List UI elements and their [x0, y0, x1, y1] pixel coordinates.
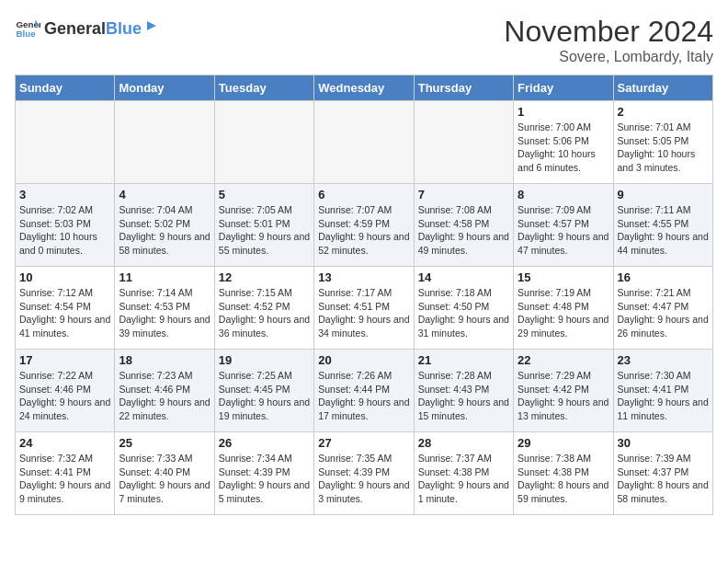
day-number: 4: [119, 188, 210, 201]
day-number: 18: [119, 353, 210, 367]
calendar-cell: 11Sunrise: 7:14 AM Sunset: 4:53 PM Dayli…: [115, 267, 214, 350]
day-number: 6: [318, 188, 409, 201]
day-info: Sunrise: 7:08 AM Sunset: 4:58 PM Dayligh…: [418, 203, 509, 258]
day-number: 2: [618, 105, 709, 119]
day-of-week-header: Wednesday: [314, 75, 414, 101]
calendar-cell: 24Sunrise: 7:32 AM Sunset: 4:41 PM Dayli…: [16, 432, 115, 515]
calendar-cell: 29Sunrise: 7:38 AM Sunset: 4:38 PM Dayli…: [514, 432, 613, 515]
logo-general-text: General: [44, 19, 106, 39]
day-info: Sunrise: 7:25 AM Sunset: 4:45 PM Dayligh…: [219, 369, 310, 423]
day-number: 12: [219, 270, 310, 284]
day-info: Sunrise: 7:39 AM Sunset: 4:37 PM Dayligh…: [618, 452, 709, 506]
day-number: 5: [219, 188, 310, 201]
calendar-cell: 17Sunrise: 7:22 AM Sunset: 4:46 PM Dayli…: [16, 350, 115, 432]
day-info: Sunrise: 7:22 AM Sunset: 4:46 PM Dayligh…: [19, 369, 110, 423]
day-info: Sunrise: 7:17 AM Sunset: 4:51 PM Dayligh…: [318, 286, 409, 340]
day-info: Sunrise: 7:01 AM Sunset: 5:05 PM Dayligh…: [618, 121, 709, 175]
day-of-week-header: Saturday: [613, 75, 712, 101]
day-info: Sunrise: 7:29 AM Sunset: 4:42 PM Dayligh…: [518, 369, 609, 423]
calendar-cell: 15Sunrise: 7:19 AM Sunset: 4:48 PM Dayli…: [514, 267, 613, 350]
calendar-week-row: 3Sunrise: 7:02 AM Sunset: 5:03 PM Daylig…: [16, 184, 713, 267]
day-number: 28: [418, 436, 509, 450]
calendar-week-row: 24Sunrise: 7:32 AM Sunset: 4:41 PM Dayli…: [16, 432, 713, 515]
day-number: 10: [19, 270, 110, 284]
day-number: 13: [318, 270, 409, 284]
calendar-cell: 19Sunrise: 7:25 AM Sunset: 4:45 PM Dayli…: [214, 350, 313, 432]
day-info: Sunrise: 7:28 AM Sunset: 4:43 PM Dayligh…: [418, 369, 509, 423]
day-of-week-header: Sunday: [16, 75, 115, 101]
day-number: 19: [219, 353, 310, 367]
day-info: Sunrise: 7:35 AM Sunset: 4:39 PM Dayligh…: [318, 452, 409, 506]
day-number: 29: [518, 436, 609, 450]
day-info: Sunrise: 7:37 AM Sunset: 4:38 PM Dayligh…: [418, 452, 509, 506]
day-info: Sunrise: 7:38 AM Sunset: 4:38 PM Dayligh…: [518, 452, 609, 506]
day-info: Sunrise: 7:32 AM Sunset: 4:41 PM Dayligh…: [19, 452, 110, 506]
logo-icon: General Blue: [15, 15, 40, 40]
location-subtitle: Sovere, Lombardy, Italy: [504, 49, 713, 65]
calendar-cell: 1Sunrise: 7:00 AM Sunset: 5:06 PM Daylig…: [514, 101, 613, 184]
day-of-week-header: Thursday: [414, 75, 513, 101]
calendar-cell: [115, 101, 214, 184]
day-number: 30: [618, 436, 709, 450]
calendar-cell: 13Sunrise: 7:17 AM Sunset: 4:51 PM Dayli…: [314, 267, 414, 350]
day-number: 21: [418, 353, 509, 367]
calendar-cell: [414, 101, 513, 184]
calendar-cell: 3Sunrise: 7:02 AM Sunset: 5:03 PM Daylig…: [16, 184, 115, 267]
day-number: 9: [618, 188, 709, 201]
day-number: 7: [418, 188, 509, 201]
calendar-header-row: SundayMondayTuesdayWednesdayThursdayFrid…: [16, 75, 713, 101]
day-number: 22: [518, 353, 609, 367]
day-info: Sunrise: 7:07 AM Sunset: 4:59 PM Dayligh…: [318, 203, 409, 258]
calendar-cell: 26Sunrise: 7:34 AM Sunset: 4:39 PM Dayli…: [214, 432, 313, 515]
day-number: 26: [219, 436, 310, 450]
day-number: 20: [318, 353, 409, 367]
month-title: November 2024: [504, 15, 713, 49]
day-number: 3: [19, 188, 110, 201]
calendar-cell: 4Sunrise: 7:04 AM Sunset: 5:02 PM Daylig…: [115, 184, 214, 267]
day-info: Sunrise: 7:26 AM Sunset: 4:44 PM Dayligh…: [318, 369, 409, 423]
day-of-week-header: Friday: [514, 75, 613, 101]
calendar-week-row: 1Sunrise: 7:00 AM Sunset: 5:06 PM Daylig…: [16, 101, 713, 184]
day-info: Sunrise: 7:15 AM Sunset: 4:52 PM Dayligh…: [219, 286, 310, 340]
day-info: Sunrise: 7:18 AM Sunset: 4:50 PM Dayligh…: [418, 286, 509, 340]
svg-marker-3: [147, 21, 156, 30]
calendar-cell: 7Sunrise: 7:08 AM Sunset: 4:58 PM Daylig…: [414, 184, 513, 267]
calendar-cell: 30Sunrise: 7:39 AM Sunset: 4:37 PM Dayli…: [613, 432, 712, 515]
day-info: Sunrise: 7:05 AM Sunset: 5:01 PM Dayligh…: [219, 203, 310, 258]
calendar-cell: 16Sunrise: 7:21 AM Sunset: 4:47 PM Dayli…: [613, 267, 712, 350]
calendar-table: SundayMondayTuesdayWednesdayThursdayFrid…: [15, 75, 713, 515]
day-of-week-header: Monday: [115, 75, 214, 101]
calendar-cell: 27Sunrise: 7:35 AM Sunset: 4:39 PM Dayli…: [314, 432, 414, 515]
calendar-cell: 6Sunrise: 7:07 AM Sunset: 4:59 PM Daylig…: [314, 184, 414, 267]
day-info: Sunrise: 7:11 AM Sunset: 4:55 PM Dayligh…: [618, 203, 709, 258]
day-number: 16: [618, 270, 709, 284]
calendar-cell: 20Sunrise: 7:26 AM Sunset: 4:44 PM Dayli…: [314, 350, 414, 432]
day-info: Sunrise: 7:34 AM Sunset: 4:39 PM Dayligh…: [219, 452, 310, 506]
calendar-cell: 21Sunrise: 7:28 AM Sunset: 4:43 PM Dayli…: [414, 350, 513, 432]
day-info: Sunrise: 7:33 AM Sunset: 4:40 PM Dayligh…: [119, 452, 210, 506]
day-info: Sunrise: 7:09 AM Sunset: 4:57 PM Dayligh…: [518, 203, 609, 258]
calendar-cell: 12Sunrise: 7:15 AM Sunset: 4:52 PM Dayli…: [214, 267, 313, 350]
logo: General Blue General Blue: [15, 15, 160, 40]
calendar-cell: 23Sunrise: 7:30 AM Sunset: 4:41 PM Dayli…: [613, 350, 712, 432]
calendar-cell: [16, 101, 115, 184]
calendar-cell: [214, 101, 313, 184]
calendar-cell: 8Sunrise: 7:09 AM Sunset: 4:57 PM Daylig…: [514, 184, 613, 267]
day-number: 11: [119, 270, 210, 284]
day-info: Sunrise: 7:12 AM Sunset: 4:54 PM Dayligh…: [19, 286, 110, 340]
day-info: Sunrise: 7:19 AM Sunset: 4:48 PM Dayligh…: [518, 286, 609, 340]
day-number: 25: [119, 436, 210, 450]
calendar-cell: 14Sunrise: 7:18 AM Sunset: 4:50 PM Dayli…: [414, 267, 513, 350]
day-number: 17: [19, 353, 110, 367]
calendar-week-row: 10Sunrise: 7:12 AM Sunset: 4:54 PM Dayli…: [16, 267, 713, 350]
calendar-cell: 5Sunrise: 7:05 AM Sunset: 5:01 PM Daylig…: [214, 184, 313, 267]
calendar-cell: [314, 101, 414, 184]
calendar-cell: 2Sunrise: 7:01 AM Sunset: 5:05 PM Daylig…: [613, 101, 712, 184]
calendar-cell: 9Sunrise: 7:11 AM Sunset: 4:55 PM Daylig…: [613, 184, 712, 267]
day-info: Sunrise: 7:02 AM Sunset: 5:03 PM Dayligh…: [19, 203, 110, 258]
day-number: 15: [518, 270, 609, 284]
calendar-cell: 22Sunrise: 7:29 AM Sunset: 4:42 PM Dayli…: [514, 350, 613, 432]
page-header: General Blue General Blue November 2024 …: [15, 15, 713, 65]
day-info: Sunrise: 7:00 AM Sunset: 5:06 PM Dayligh…: [518, 121, 609, 175]
day-number: 1: [518, 105, 609, 119]
